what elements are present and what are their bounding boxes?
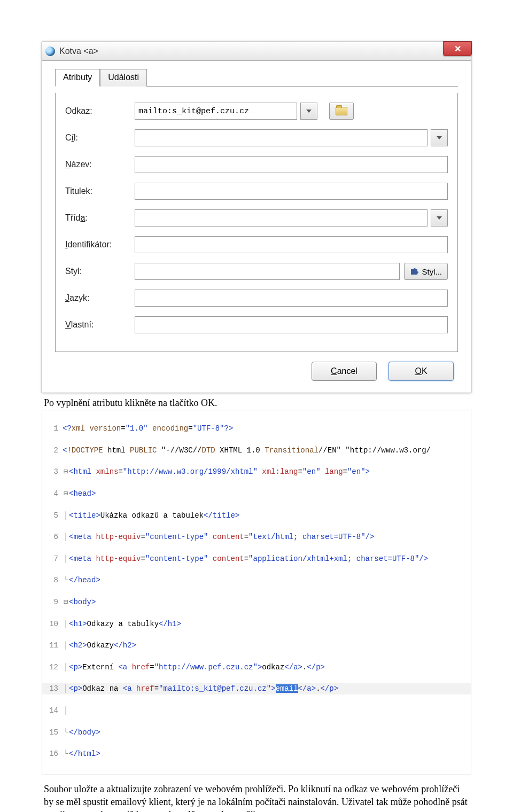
cancel-button[interactable]: Cancel	[312, 362, 377, 381]
ok-button[interactable]: OK	[388, 362, 454, 381]
puzzle-icon	[410, 267, 418, 276]
tabs: Atributy Události	[55, 68, 458, 87]
browse-button[interactable]	[329, 103, 354, 120]
label-odkaz: Odkaz:	[65, 106, 135, 116]
tab-events[interactable]: Události	[100, 69, 147, 87]
label-styl: Styl:	[65, 267, 135, 276]
cil-dropdown[interactable]	[431, 129, 448, 146]
styl-button[interactable]: Styl...	[404, 263, 448, 280]
code-editor: 1<?xml version="1.0" encoding="UTF-8"?> …	[42, 410, 471, 775]
tab-attributes[interactable]: Atributy	[55, 69, 100, 87]
label-ident: Identifikátor:	[65, 240, 135, 249]
titlebar: Kotva <a> ✕	[42, 42, 471, 61]
titulek-input[interactable]	[135, 183, 448, 200]
vlastni-input[interactable]	[135, 316, 448, 333]
ident-input[interactable]	[135, 236, 448, 253]
label-vlastni: Vlastní:	[65, 320, 135, 330]
paragraph-2: Soubor uložte a aktualizujte zobrazení v…	[44, 783, 469, 812]
label-nazev: Název:	[65, 160, 135, 169]
label-trida: Třída:	[65, 213, 135, 223]
nazev-input[interactable]	[135, 156, 448, 173]
cil-input[interactable]	[135, 129, 428, 146]
anchor-dialog: Kotva <a> ✕ Atributy Události Odkaz: Cíl…	[42, 42, 471, 393]
trida-input[interactable]	[135, 209, 428, 227]
label-cil: Cíl:	[65, 133, 135, 143]
dialog-title: Kotva <a>	[59, 46, 98, 56]
globe-icon	[45, 46, 55, 56]
close-button[interactable]: ✕	[443, 41, 472, 56]
label-titulek: Titulek:	[65, 186, 135, 196]
trida-dropdown[interactable]	[431, 209, 448, 227]
styl-input[interactable]	[135, 263, 400, 280]
folder-icon	[336, 107, 347, 115]
odkaz-input[interactable]	[135, 103, 297, 120]
odkaz-dropdown[interactable]	[300, 103, 317, 120]
close-icon: ✕	[454, 44, 461, 54]
caption-1: Po vyplnění atributu klikněte na tlačítk…	[44, 397, 471, 409]
tab-panel: Odkaz: Cíl: Název: Titulek: Třída:	[55, 93, 458, 352]
label-jazyk: Jazyk:	[65, 293, 135, 303]
jazyk-input[interactable]	[135, 290, 448, 307]
